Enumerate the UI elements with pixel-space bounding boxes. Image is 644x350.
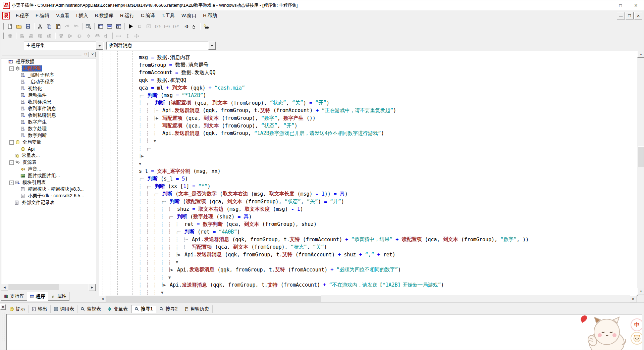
- panel-float-button[interactable]: ❐: [83, 52, 89, 57]
- menu-item-8[interactable]: W.窗口: [178, 11, 200, 20]
- tree-item-_启动子程序[interactable]: _启动子程序: [1, 79, 96, 85]
- code-line-6[interactable]: ┌╌判断 (msg = “*1A2B”): [139, 92, 529, 99]
- expand-collapse-icon[interactable]: −: [9, 181, 14, 185]
- child-minimize-button[interactable]: —: [617, 12, 625, 19]
- code-line-28[interactable]: ┆┆┆┆┆▼: [139, 258, 529, 266]
- code-line-17[interactable]: ┌╌判断 (s_l = 5): [139, 175, 529, 183]
- code-vertical-scrollbar[interactable]: ▲ ▼: [637, 51, 644, 295]
- expand-collapse-icon[interactable]: −: [9, 140, 14, 145]
- tab-监视表[interactable]: 监视表: [77, 305, 104, 313]
- code-line-31[interactable]: ┆┆┆├▶Api.发送群消息 (qqk, fromGroup, t.艾特 (fr…: [139, 281, 529, 289]
- tree-item-初始化[interactable]: 初始化: [1, 85, 96, 92]
- menu-item-6[interactable]: C.编译: [138, 11, 158, 20]
- close-button[interactable]: ✕: [628, 0, 644, 10]
- code-line-27[interactable]: ┆┆┆┆┆├▶Api.发送群消息 (qqk, fromGroup, t.艾特 (…: [139, 251, 529, 258]
- code-line-3[interactable]: fromAccount = 数据.发送人QQ: [139, 69, 529, 77]
- tab-输出[interactable]: 输出: [29, 305, 51, 313]
- copy-button[interactable]: [45, 22, 53, 30]
- panel-splitter[interactable]: [96, 51, 99, 302]
- tab-属性[interactable]: 属性: [48, 292, 69, 301]
- tab-程序[interactable]: 程序: [27, 292, 48, 301]
- code-editor[interactable]: msg = 数据.消息内容fromGroup = 数据.消息群号fromAcco…: [99, 51, 638, 296]
- code-line-7[interactable]: ┆┌╌判断 (读配置项 (qca, 到文本 (fromGroup), “状态”,…: [139, 99, 529, 107]
- code-line-8[interactable]: ┆┆┆╌Api.发送群消息 (qqk, fromGroup, t.艾特 (fro…: [139, 107, 529, 114]
- code-line-12[interactable]: ┆┆▼: [139, 137, 529, 145]
- tree-item-图片或图片组-[interactable]: 图片或图片组...: [1, 172, 96, 179]
- menu-item-9[interactable]: H.帮助: [200, 11, 220, 20]
- tab-搜寻2[interactable]: 搜寻2: [156, 305, 181, 313]
- assembly-combobox[interactable]: 主程序集: [24, 42, 104, 50]
- run-to-cursor-button[interactable]: →{}: [181, 22, 189, 30]
- tree-item-常量表-[interactable]: 常量表...: [1, 152, 96, 159]
- maximize-button[interactable]: □: [613, 0, 628, 10]
- toolbar-grip[interactable]: [2, 23, 4, 30]
- scroll-down-icon[interactable]: ▼: [637, 288, 644, 295]
- panel-grip[interactable]: [2, 312, 4, 342]
- tree-item-程序数据[interactable]: e101程序数据: [1, 58, 96, 65]
- tab-调用表[interactable]: 调用表: [51, 305, 77, 313]
- tree-horizontal-scrollbar[interactable]: ◀ ▶: [1, 284, 96, 290]
- child-close-button[interactable]: ✕: [634, 12, 642, 19]
- tree-item-数字处理[interactable]: 数字处理: [1, 126, 96, 132]
- scrollbar-thumb[interactable]: [8, 284, 59, 290]
- tree-item-Api[interactable]: Api: [1, 146, 96, 152]
- tree-item-模块引用表[interactable]: −模块引用表: [1, 179, 96, 186]
- code-line-13[interactable]: ┆┌╌: [139, 145, 529, 152]
- code-horizontal-scrollbar[interactable]: ◀ ▶: [99, 295, 637, 302]
- tab-剪辑历史[interactable]: 剪辑历史: [181, 305, 213, 313]
- scroll-up-icon[interactable]: ▲: [637, 51, 644, 58]
- floating-badge[interactable]: 中: [631, 318, 642, 331]
- code-line-15[interactable]: ▼: [139, 160, 529, 167]
- tree-item-收到群消息[interactable]: 收到群消息: [1, 99, 96, 105]
- tree-item-外部文件记录表[interactable]: 外部文件记录表: [1, 199, 96, 206]
- output-panel-close-button[interactable]: ✕: [0, 304, 6, 310]
- code-line-9[interactable]: ┆┆├▶写配置项 (qca, 到文本 (fromGroup), “数字”, 数字…: [139, 114, 529, 122]
- new-file-button[interactable]: [6, 22, 14, 30]
- code-line-18[interactable]: ┆┌╌判断 (xx [1] = “*”): [139, 183, 529, 190]
- scroll-left-icon[interactable]: ◀: [1, 284, 8, 291]
- layout-top-button[interactable]: [105, 22, 114, 30]
- tree-item-收到事件消息[interactable]: 收到事件消息: [1, 105, 96, 112]
- code-line-29[interactable]: ┆┆┆┆├▶Api.发送群消息 (qqk, fromGroup, t.艾特 (f…: [139, 266, 529, 274]
- menu-item-5[interactable]: R.运行: [117, 11, 138, 20]
- tree-item-主程序集[interactable]: −主程序集: [1, 65, 96, 72]
- code-line-2[interactable]: fromGroup = 数据.消息群号: [139, 61, 529, 69]
- tree-item-精易模块-精易模块-v8-3-[interactable]: 精易模块 - 精易模块[v8.3...: [1, 186, 96, 193]
- code-line-16[interactable]: s_l = 文本_逐字分割 (msg, xx): [139, 167, 529, 175]
- search-results-area[interactable]: 中: [6, 314, 642, 350]
- code-line-25[interactable]: ┆┆┆┆┆┆┆╌Api.发送群消息 (qqk, fromGroup, t.艾特 …: [139, 236, 529, 243]
- paste-button[interactable]: [54, 22, 62, 30]
- code-line-4[interactable]: qqk = 数据.框架QQ: [139, 77, 529, 84]
- tree-item-数字判断[interactable]: 数字判断: [1, 132, 96, 139]
- menu-item-0[interactable]: F.程序: [12, 11, 32, 20]
- tab-支持库[interactable]: 支持库: [1, 292, 27, 301]
- menu-item-7[interactable]: T.工具: [158, 11, 178, 20]
- layout-split-button[interactable]: [114, 22, 123, 30]
- routine-combobox[interactable]: 收到群消息: [106, 42, 216, 50]
- menu-item-1[interactable]: E.编辑: [32, 11, 53, 20]
- code-line-11[interactable]: ┆┆┆Api.发送群消息 (qqk, fromGroup, “1A2B数字游戏已…: [139, 130, 529, 137]
- tree-item-全局变量[interactable]: −全局变量: [1, 139, 96, 146]
- tree-item-数字产生[interactable]: 数字产生: [1, 119, 96, 126]
- cut-button[interactable]: [36, 22, 44, 30]
- child-restore-button[interactable]: ❐: [626, 12, 634, 19]
- chevron-down-icon[interactable]: [96, 42, 103, 50]
- scroll-right-icon[interactable]: ▶: [89, 284, 96, 291]
- scroll-left-icon[interactable]: ◀: [99, 295, 106, 302]
- tree-item-声音-[interactable]: 声音...: [1, 166, 96, 172]
- scrollbar-thumb[interactable]: [638, 146, 644, 167]
- tree-item-小栗子sdk-cornsdk2-6-5-[interactable]: 小栗子sdk - cornsdk2.6.5...: [1, 193, 96, 199]
- cat-face-badge[interactable]: [631, 332, 642, 345]
- toolbar-grip[interactable]: [2, 33, 4, 39]
- tab-提示[interactable]: ?提示: [6, 305, 29, 313]
- pause-hand-button[interactable]: [190, 22, 198, 30]
- layout-left-button[interactable]: [96, 22, 105, 30]
- tree-item-_临时子程序[interactable]: _临时子程序: [1, 72, 96, 79]
- save-button[interactable]: [24, 22, 32, 30]
- tab-变量表[interactable]: 变量表: [104, 305, 131, 313]
- panel-grip[interactable]: [2, 54, 82, 55]
- minimize-button[interactable]: —: [597, 0, 613, 10]
- scrollbar-thumb[interactable]: [106, 295, 321, 302]
- tree-item-启动插件[interactable]: 启动插件: [1, 92, 96, 99]
- menu-item-3[interactable]: I.插入: [73, 11, 92, 20]
